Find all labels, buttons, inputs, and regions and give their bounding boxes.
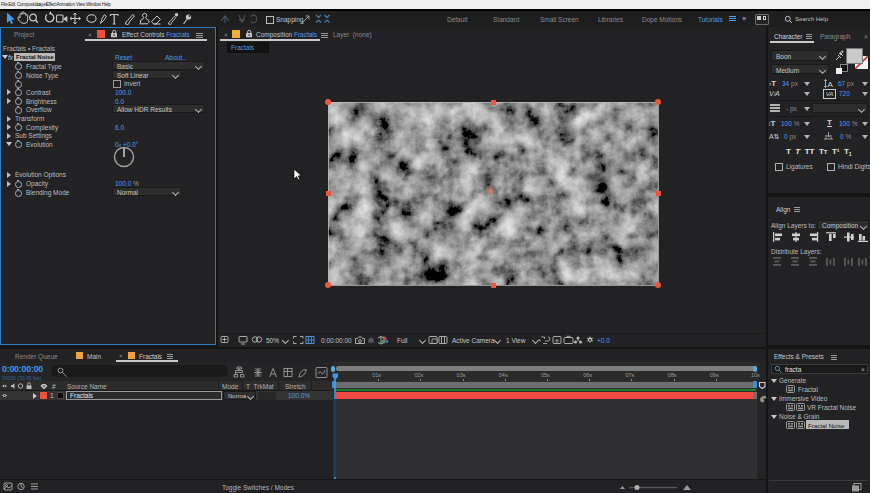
svg-text:#: # (52, 383, 56, 390)
svg-text:A: A (828, 80, 834, 89)
